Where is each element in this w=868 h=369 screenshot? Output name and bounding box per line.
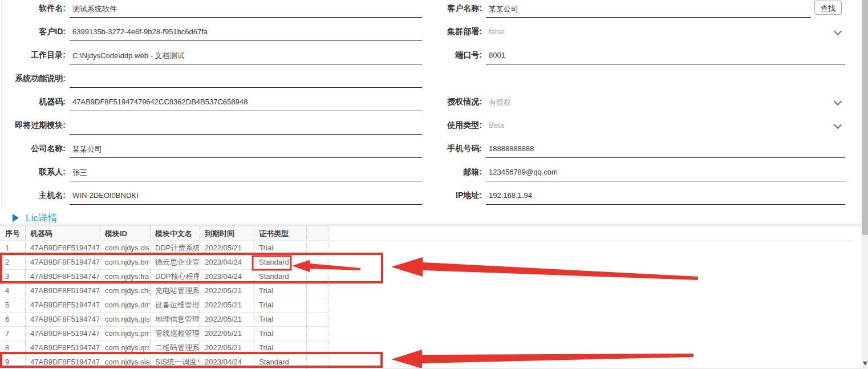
cell-machine_code: 47AB9DF8F519474796 <box>30 327 99 341</box>
cell-seq: 7 <box>5 327 25 341</box>
cell-machine_code: 47AB9DF8F519474796 <box>30 284 99 298</box>
form-input-left-6[interactable]: 某某公司 <box>72 144 420 155</box>
form-underline-right-7 <box>486 204 845 205</box>
form-underline-right-6 <box>486 181 845 181</box>
cell-machine_code: 47AB9DF8F519474796 <box>30 341 99 355</box>
cell-expire: 2023/04/24 <box>205 355 253 369</box>
column-separator <box>200 226 200 369</box>
form-input-left-1[interactable]: 6399135b-3272-4e6f-9b28-f951bc6d67fa <box>72 27 420 36</box>
scrollbar-down-arrow-icon[interactable] <box>863 362 867 366</box>
form-input-right-5[interactable]: 18888888888 <box>489 144 808 153</box>
form-underline-left-7 <box>70 181 422 181</box>
cell-module_id: com.njdys.dms <box>105 298 149 313</box>
cell-seq: 4 <box>5 284 25 298</box>
cell-machine_code: 47AB9DF8F519474796 <box>30 270 99 284</box>
form-label-left-1: 客户ID: <box>0 27 66 37</box>
form-label-left-7: 联系人: <box>0 167 66 177</box>
table-row[interactable]: 647AB9DF8F519474796com.njdys.gis地理信息管理系2… <box>0 313 328 327</box>
cell-expire: 2022/05/21 <box>205 341 253 355</box>
form-label-left-2: 工作目录: <box>0 50 66 60</box>
cell-cert_type: Trial <box>259 327 306 341</box>
cell-cert_type: Trial <box>259 313 306 327</box>
cell-module_cn: DDP计费系统 <box>155 241 199 256</box>
table-row[interactable]: 947AB9DF8F519474796com.njdys.sisSIS统一调度平… <box>0 355 328 369</box>
cell-blank <box>311 341 327 355</box>
cell-blank <box>311 284 327 298</box>
table-row[interactable]: 247AB9DF8F519474796com.njdys.bms德云思企业管理2… <box>0 256 328 270</box>
cell-cert_type: Standard <box>259 256 306 270</box>
form-label-left-4: 机器码: <box>0 97 66 107</box>
table-row[interactable]: 447AB9DF8F519474796com.njdys.chs充电站管理系统2… <box>0 284 328 298</box>
column-header-证书类型: 证书类型 <box>259 226 306 241</box>
form-select-right-3[interactable]: 有授权 <box>489 98 808 108</box>
form-label-left-6: 公司名称: <box>0 144 66 154</box>
table-row[interactable]: 347AB9DF8F519474796com.njdys.frameDDP核心程… <box>0 270 328 284</box>
table-row[interactable]: 747AB9DF8F519474796com.njdys.pms管线巡检管理系2… <box>0 327 328 341</box>
column-separator <box>150 226 151 369</box>
table-row[interactable]: 147AB9DF8F519474796com.njdys.cisDDP计费系统2… <box>0 241 328 256</box>
form-label-right-5: 手机号码: <box>399 144 482 154</box>
red-arrow-icon-bottom <box>391 350 693 368</box>
form-underline-left-8 <box>70 204 422 205</box>
cell-cert_type: Trial <box>259 241 306 256</box>
form-label-right-7: IP地址: <box>399 190 482 201</box>
cell-expire: 2022/05/21 <box>205 284 253 298</box>
form-input-right-0[interactable]: 某某公司 <box>489 4 808 14</box>
column-header-到期时间: 到期时间 <box>205 226 253 241</box>
red-arrow-icon-top <box>391 257 698 280</box>
column-header-机器码: 机器码 <box>30 226 99 241</box>
bottom-divider <box>0 368 861 368</box>
form-label-left-0: 软件名: <box>0 3 66 14</box>
cell-blank <box>311 241 327 256</box>
cell-seq: 9 <box>5 355 25 369</box>
form-input-right-7[interactable]: 192.168.1.94 <box>489 191 808 200</box>
cell-module_cn: SIS统一调度平台 <box>155 355 199 369</box>
form-underline-left-5 <box>70 134 422 135</box>
cell-machine_code: 47AB9DF8F519474796 <box>30 256 99 270</box>
form-underline-right-5 <box>486 157 845 158</box>
cell-module_id: com.njdys.pms <box>105 327 149 341</box>
cell-seq: 5 <box>5 298 25 313</box>
form-input-right-2[interactable]: 8001 <box>489 51 808 59</box>
cell-module_id: com.njdys.frame <box>105 270 149 284</box>
table-header-border <box>0 241 853 241</box>
cell-module_cn: 二维码管理系统 <box>155 341 199 355</box>
column-separator <box>25 226 26 369</box>
cell-module_id: com.njdys.qrs <box>105 341 149 355</box>
section-title-lic-detail[interactable]: Lic详情 <box>26 212 58 225</box>
cell-module_cn: 设备运维管理系 <box>155 298 199 313</box>
form-input-left-8[interactable]: WIN-2DEOI0BNDKI <box>72 191 420 200</box>
cell-machine_code: 47AB9DF8F519474796 <box>30 313 99 327</box>
table-row[interactable]: 547AB9DF8F519474796com.njdys.dms设备运维管理系2… <box>0 298 328 313</box>
form-select-right-4[interactable]: Beta <box>489 121 808 129</box>
chevron-down-icon[interactable] <box>834 121 842 129</box>
cell-expire: 2022/05/21 <box>205 298 253 313</box>
form-underline-left-0 <box>70 17 422 18</box>
form-input-left-0[interactable]: 测试系统软件 <box>72 4 420 14</box>
form-label-right-2: 端口号: <box>399 50 482 60</box>
cell-expire: 2023/04/24 <box>205 270 253 284</box>
cell-module_id: com.njdys.cis <box>105 241 149 256</box>
cell-seq: 1 <box>5 241 25 256</box>
cell-module_id: com.njdys.chs <box>105 284 149 298</box>
chevron-down-icon[interactable] <box>834 27 842 35</box>
table-row[interactable]: 847AB9DF8F519474796com.njdys.qrs二维码管理系统2… <box>0 341 328 355</box>
column-separator <box>100 226 100 369</box>
column-header-模块ID: 模块ID <box>105 226 149 241</box>
cell-expire: 2022/05/21 <box>205 313 253 327</box>
chevron-down-icon[interactable] <box>834 98 842 106</box>
cell-blank <box>311 327 327 341</box>
content-right-edge <box>861 0 861 369</box>
cell-blank <box>311 270 327 284</box>
cell-expire: 2023/04/24 <box>205 256 253 270</box>
form-input-right-6[interactable]: 123456789@qq.com <box>489 168 808 176</box>
form-input-left-2[interactable]: C:\NjdysCode\ddp.web - 文档测试 <box>72 51 420 61</box>
search-button[interactable]: 查找 <box>814 1 842 15</box>
column-header-序号: 序号 <box>5 226 25 241</box>
triangle-right-icon[interactable] <box>13 214 19 222</box>
vertical-scrollbar-thumb[interactable] <box>862 0 868 235</box>
form-input-left-7[interactable]: 张三 <box>72 168 420 178</box>
form-input-left-4[interactable]: 47AB9DF8F51947479642CC8362DB4B537C658948 <box>72 98 420 106</box>
form-underline-left-1 <box>70 40 422 41</box>
form-select-right-1[interactable]: false <box>489 27 808 36</box>
